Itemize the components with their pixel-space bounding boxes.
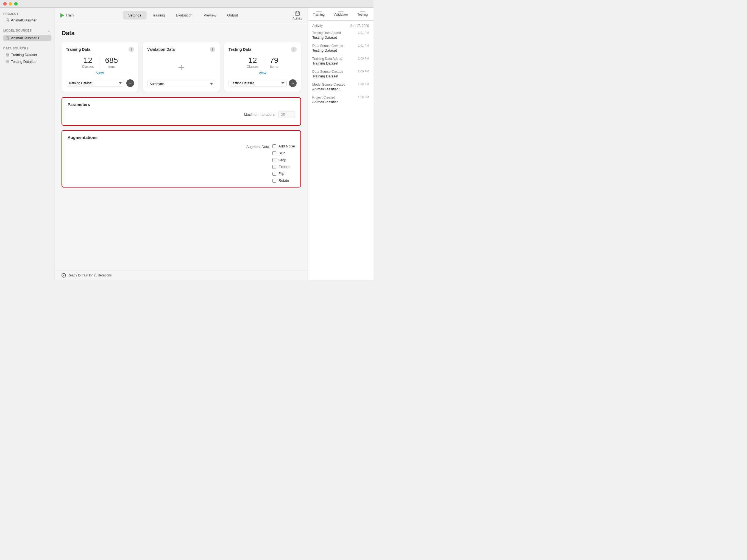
max-iterations-label: Maximum Iterations xyxy=(244,112,275,117)
maximize-button[interactable] xyxy=(14,2,18,5)
model-sources-section: Model Sources + AnimalClassifier 1 xyxy=(3,29,51,41)
checkbox-rotate: Rotate xyxy=(273,179,295,183)
activity-item-1-time: 2:01 PM xyxy=(358,44,369,48)
testing-data-card: Testing Data i 12 Classes 79 xyxy=(224,42,301,92)
activity-item-5: Project Created 1:58 PM AnimalClassifier xyxy=(312,96,369,104)
sidebar-item-project[interactable]: AnimalClassifier xyxy=(3,17,51,23)
crop-checkbox[interactable] xyxy=(273,158,276,162)
tab-output[interactable]: Output xyxy=(222,11,243,20)
main-layout: Project AnimalClassifier Model Sources + xyxy=(0,8,374,280)
testing-stats: 12 Classes 79 Items xyxy=(229,57,297,69)
status-text: Ready to train for 25 iterations xyxy=(68,273,112,277)
max-iterations-row: Maximum Iterations xyxy=(68,111,295,118)
sidebar-item-testing-dataset[interactable]: Testing Dataset xyxy=(3,58,51,65)
activity-item-0: Testing Data Added 2:01 PM Testing Datas… xyxy=(312,31,369,39)
training-info-icon[interactable]: i xyxy=(129,47,134,52)
dataset-icon-2 xyxy=(5,60,9,64)
model-icon xyxy=(5,36,9,40)
activity-icon xyxy=(295,11,300,16)
right-panel-tabs: Training Validation Testing xyxy=(308,8,374,21)
activity-item-4-value: AnimalClassifier 1 xyxy=(312,87,341,91)
close-button[interactable] xyxy=(3,2,7,5)
training-dataset-select[interactable]: Training Dataset xyxy=(66,80,124,86)
activity-item-2-name: Training Data Added xyxy=(312,57,342,61)
activity-item-5-header: Project Created 1:58 PM xyxy=(312,96,369,99)
expose-label: Expose xyxy=(279,165,290,169)
tab-evaluation[interactable]: Evaluation xyxy=(170,11,198,20)
testing-info-icon[interactable]: i xyxy=(291,47,297,52)
activity-item-4-time: 1:58 PM xyxy=(358,83,369,86)
training-classes-group: 12 Classes xyxy=(82,57,94,69)
add-noise-checkbox[interactable] xyxy=(273,144,276,148)
sidebar: Project AnimalClassifier Model Sources + xyxy=(0,8,55,280)
testing-go-button[interactable]: → xyxy=(289,79,297,87)
training-view-link[interactable]: View xyxy=(66,71,134,75)
testing-classes-group: 12 Classes xyxy=(247,57,259,69)
rp-tab-validation[interactable]: Validation xyxy=(330,8,352,20)
training-classes-label: Classes xyxy=(82,65,94,69)
status-bar: ✓ Ready to train for 25 iterations xyxy=(55,270,308,280)
rp-tab-training-label: Training xyxy=(313,12,325,17)
activity-item-0-name: Testing Data Added xyxy=(312,31,341,35)
activity-section-label: Activity xyxy=(312,24,323,28)
train-button[interactable]: Train xyxy=(60,13,74,18)
activity-date-header: Activity Jun 17, 2020 xyxy=(312,24,369,28)
sidebar-item-training-dataset[interactable]: Training Dataset xyxy=(3,52,51,58)
rotate-checkbox[interactable] xyxy=(273,179,276,183)
tab-settings[interactable]: Settings xyxy=(123,11,147,20)
checkbox-blur: Blur xyxy=(273,151,295,155)
expose-checkbox[interactable] xyxy=(273,165,276,169)
training-card-bottom: Training Dataset → xyxy=(66,79,134,87)
project-section-label: Project xyxy=(3,12,51,16)
activity-button[interactable]: Activity xyxy=(292,11,302,20)
project-section: Project AnimalClassifier xyxy=(3,12,51,23)
activity-item-1-name: Data Source Created xyxy=(312,44,343,48)
add-model-source-button[interactable]: + xyxy=(46,29,51,34)
plus-icon: + xyxy=(178,61,184,74)
data-sources-label: Data Sources xyxy=(3,47,51,50)
validation-card-bottom: Automatic xyxy=(147,81,215,87)
activity-item-1-value: Testing Dataset xyxy=(312,48,337,52)
validation-info-icon[interactable]: i xyxy=(210,47,215,52)
testing-items-label: Items xyxy=(270,65,278,69)
tab-preview[interactable]: Preview xyxy=(198,11,222,20)
flip-checkbox[interactable] xyxy=(273,172,276,176)
activity-date-value: Jun 17, 2020 xyxy=(350,24,369,28)
svg-rect-8 xyxy=(295,12,300,16)
testing-dataset-select[interactable]: Testing Dataset xyxy=(229,80,287,86)
validation-data-card: Validation Data i + Automatic xyxy=(143,42,220,92)
right-panel: Training Validation Testing Activity Jun… xyxy=(308,8,374,280)
validation-add-area[interactable]: + xyxy=(147,57,215,79)
validation-card-header: Validation Data i xyxy=(147,47,215,52)
activity-item-3: Data Source Created 2:00 PM Training Dat… xyxy=(312,70,369,78)
project-name: AnimalClassifier xyxy=(11,18,36,22)
tab-training[interactable]: Training xyxy=(147,11,170,20)
training-dataset-label: Training Dataset xyxy=(11,53,37,57)
max-iterations-input[interactable] xyxy=(279,111,295,118)
tab-line-training xyxy=(316,11,321,11)
activity-item-2-time: 2:00 PM xyxy=(358,57,369,61)
activity-item-2-header: Training Data Added 2:00 PM xyxy=(312,57,369,61)
validation-dataset-select[interactable]: Automatic xyxy=(147,81,215,87)
testing-dataset-label: Testing Dataset xyxy=(11,59,36,64)
activity-list: Activity Jun 17, 2020 Testing Data Added… xyxy=(308,21,374,280)
training-go-button[interactable]: → xyxy=(126,79,134,87)
augmentations-title: Augmentations xyxy=(68,135,295,140)
title-bar xyxy=(0,0,374,8)
testing-card-title: Testing Data xyxy=(229,47,251,52)
rp-tab-training[interactable]: Training xyxy=(308,8,330,20)
top-nav: Train Settings Training Evaluation Previ… xyxy=(55,8,308,23)
page-title: Data xyxy=(61,30,301,37)
minimize-button[interactable] xyxy=(9,2,12,5)
testing-classes-label: Classes xyxy=(247,65,259,69)
testing-view-link[interactable]: View xyxy=(229,71,297,75)
model-sources-header: Model Sources + xyxy=(3,29,51,34)
model-sources-label: Model Sources xyxy=(3,29,32,32)
rp-tab-testing[interactable]: Testing xyxy=(352,8,374,20)
svg-rect-4 xyxy=(6,36,8,40)
activity-item-0-time: 2:01 PM xyxy=(358,31,369,35)
sidebar-item-model-source[interactable]: AnimalClassifier 1 xyxy=(3,35,51,41)
train-label: Train xyxy=(66,13,74,17)
play-icon xyxy=(60,13,64,18)
blur-checkbox[interactable] xyxy=(273,151,276,155)
